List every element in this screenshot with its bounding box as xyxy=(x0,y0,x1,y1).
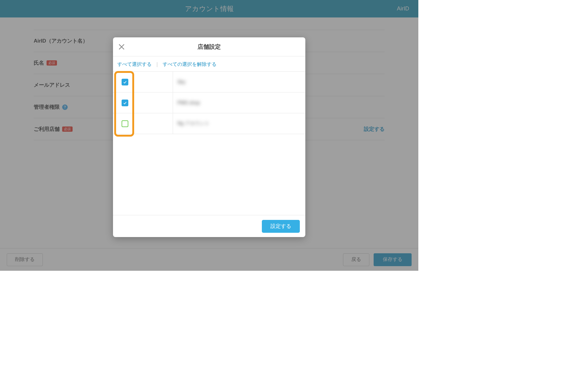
selection-links: すべて選択する ｜ すべての選択を解除する xyxy=(113,56,305,71)
modal-confirm-button[interactable]: 設定する xyxy=(262,220,300,233)
modal-body: すべて選択する ｜ すべての選択を解除する Sky xyxy=(113,56,305,215)
close-icon[interactable] xyxy=(117,43,126,51)
store-name-cell: PMS shop xyxy=(173,92,305,113)
store-row: Sky xyxy=(113,72,305,92)
separator: ｜ xyxy=(155,61,160,68)
checkbox-unchecked-icon xyxy=(122,120,128,127)
store-settings-modal: 店舗設定 すべて選択する ｜ すべての選択を解除する Sky xyxy=(113,37,305,237)
store-name-cell: Sky xyxy=(173,72,305,92)
store-name: Ng アカウント xyxy=(177,120,209,127)
store-table: Sky PMS shop xyxy=(113,71,305,134)
modal-footer: 設定する xyxy=(113,215,305,237)
deselect-all-link[interactable]: すべての選択を解除する xyxy=(163,61,217,68)
store-row: Ng アカウント xyxy=(113,113,305,134)
select-all-link[interactable]: すべて選択する xyxy=(117,61,152,68)
modal-header: 店舗設定 xyxy=(113,37,305,56)
checkbox-checked-icon xyxy=(122,79,128,85)
checkbox-cell[interactable] xyxy=(113,92,173,113)
checkbox-checked-icon xyxy=(122,100,128,106)
checkbox-cell[interactable] xyxy=(113,113,173,134)
modal-overlay[interactable]: 店舗設定 すべて選択する ｜ すべての選択を解除する Sky xyxy=(0,0,418,271)
store-name: Sky xyxy=(177,79,186,85)
store-row: PMS shop xyxy=(113,92,305,113)
modal-title: 店舗設定 xyxy=(198,43,221,51)
store-name-cell: Ng アカウント xyxy=(173,113,305,134)
checkbox-cell[interactable] xyxy=(113,72,173,92)
store-name: PMS shop xyxy=(177,100,200,106)
